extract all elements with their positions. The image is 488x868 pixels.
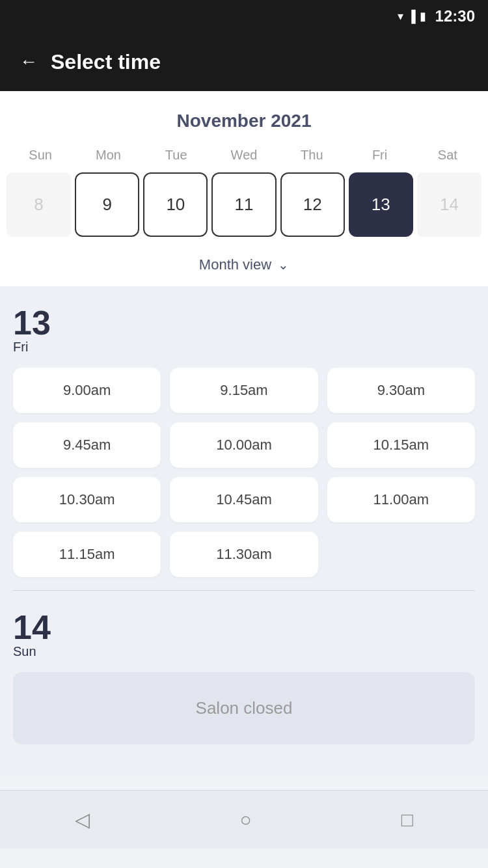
status-bar: ▾ ▐ ▮ 12:30: [0, 0, 488, 33]
day-header-sat: Sat: [414, 144, 481, 172]
day-header-thu: Thu: [278, 144, 346, 172]
day-13-number: 13: [13, 306, 51, 340]
date-cell-12[interactable]: 12: [280, 172, 345, 237]
back-button[interactable]: ←: [20, 51, 38, 72]
calendar-section: November 2021 Sun Mon Tue Wed Thu Fri Sa…: [0, 91, 488, 286]
day-14-name: Sun: [13, 644, 36, 659]
nav-bar: ◁ ○ □: [0, 790, 488, 848]
time-slot-900[interactable]: 9.00am: [13, 368, 161, 413]
signal-icon: ▐: [407, 10, 416, 23]
day-13-name: Fri: [13, 340, 28, 355]
time-slot-1100[interactable]: 11.00am: [327, 477, 475, 522]
time-slot-915[interactable]: 9.15am: [170, 368, 318, 413]
header: ← Select time: [0, 33, 488, 91]
status-icons: ▾ ▐ ▮ 12:30: [398, 7, 475, 25]
salon-closed-card: Salon closed: [13, 672, 475, 744]
time-slot-930[interactable]: 9.30am: [327, 368, 475, 413]
recent-nav-icon[interactable]: □: [401, 809, 413, 831]
day-header-fri: Fri: [346, 144, 413, 172]
time-slot-1015[interactable]: 10.15am: [327, 422, 475, 468]
section-divider: [13, 590, 475, 591]
back-nav-icon[interactable]: ◁: [75, 808, 90, 831]
time-slot-1115[interactable]: 11.15am: [13, 532, 161, 577]
date-cell-14[interactable]: 14: [417, 172, 481, 237]
chevron-down-icon: ⌄: [278, 257, 289, 273]
month-view-label: Month view: [199, 256, 271, 273]
battery-icon: ▮: [420, 9, 426, 23]
day-14-section: 14 Sun Salon closed: [13, 610, 475, 744]
time-slots-13: 9.00am 9.15am 9.30am 9.45am 10.00am 10.1…: [13, 368, 475, 577]
month-view-toggle[interactable]: Month view ⌄: [0, 250, 488, 286]
header-title: Select time: [51, 50, 161, 74]
date-cell-10[interactable]: 10: [143, 172, 208, 237]
day-headers: Sun Mon Tue Wed Thu Fri Sat: [0, 144, 488, 172]
time-slot-1030[interactable]: 10.30am: [13, 477, 161, 522]
time-slot-1045[interactable]: 10.45am: [170, 477, 318, 522]
day-14-label: 14 Sun: [13, 610, 475, 659]
time-slot-1130[interactable]: 11.30am: [170, 532, 318, 577]
home-nav-icon[interactable]: ○: [239, 809, 251, 831]
day-header-mon: Mon: [74, 144, 142, 172]
day-13-section: 13 Fri 9.00am 9.15am 9.30am 9.45am 10.00…: [13, 306, 475, 577]
wifi-icon: ▾: [398, 9, 403, 23]
salon-closed-text: Salon closed: [196, 698, 293, 718]
date-cell-11[interactable]: 11: [211, 172, 276, 237]
status-time: 12:30: [435, 7, 475, 25]
time-slot-945[interactable]: 9.45am: [13, 422, 161, 468]
day-14-number: 14: [13, 610, 51, 644]
time-slot-1000[interactable]: 10.00am: [170, 422, 318, 468]
day-header-sun: Sun: [7, 144, 74, 172]
day-header-tue: Tue: [142, 144, 210, 172]
month-title: November 2021: [0, 104, 488, 144]
date-cell-8[interactable]: 8: [7, 172, 71, 237]
main-content: 13 Fri 9.00am 9.15am 9.30am 9.45am 10.00…: [0, 286, 488, 777]
date-row: 8 9 10 11 12 13 14: [0, 172, 488, 250]
day-header-wed: Wed: [210, 144, 278, 172]
date-cell-9[interactable]: 9: [75, 172, 139, 237]
day-13-label: 13 Fri: [13, 306, 475, 355]
date-cell-13[interactable]: 13: [349, 172, 413, 237]
